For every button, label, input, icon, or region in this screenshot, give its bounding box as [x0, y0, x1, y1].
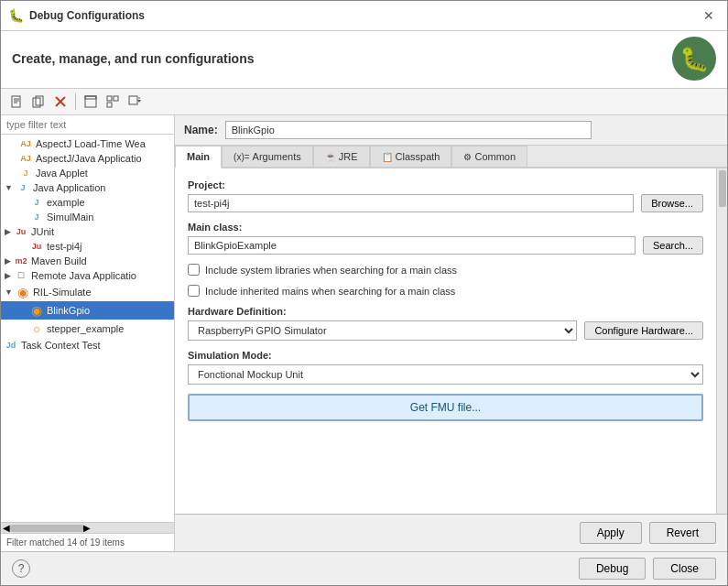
java-icon: J	[19, 168, 32, 178]
tab-classpath-icon: 📋	[382, 152, 393, 162]
expand-icon: ▶	[5, 271, 11, 280]
simulation-label: Simulation Mode:	[188, 350, 703, 361]
tree-item-label: Java Applet	[36, 168, 88, 179]
tab-arguments[interactable]: (x)= Arguments	[222, 146, 313, 167]
revert-button[interactable]: Revert	[649, 522, 716, 544]
scroll-left-button[interactable]: ◀	[3, 523, 10, 533]
project-input[interactable]	[188, 194, 634, 212]
collapse-button[interactable]	[103, 92, 123, 112]
horizontal-scrollbar[interactable]: ◀ ▶	[1, 522, 174, 533]
tab-jre-label: JRE	[339, 151, 358, 162]
name-input[interactable]	[225, 121, 592, 139]
folder-icon: J	[16, 183, 29, 192]
tab-content-area: Project: Browse... Main class: Sear	[175, 168, 727, 514]
tree-item-label: stepper_example	[47, 323, 124, 334]
list-item[interactable]: AJ AspectJ/Java Applicatio	[1, 151, 174, 166]
list-item[interactable]: ▼ J Java Application	[1, 180, 174, 195]
apply-button[interactable]: Apply	[580, 522, 642, 544]
include-system-libs-checkbox[interactable]	[188, 264, 200, 276]
list-item[interactable]: AJ AspectJ Load-Time Wea	[1, 136, 174, 151]
project-row: Browse...	[188, 194, 703, 212]
checkbox2-row: Include inherited mains when searching f…	[188, 285, 703, 297]
tree-item-label: RIL-Simulate	[33, 287, 92, 298]
list-item[interactable]: ○ stepper_example	[1, 320, 174, 338]
duplicate-button[interactable]	[28, 92, 49, 112]
svg-rect-10	[107, 96, 112, 101]
get-fmu-button[interactable]: Get FMU file...	[188, 394, 703, 421]
expand-icon: ▼	[5, 288, 13, 297]
collapse-icon	[106, 95, 119, 108]
subtitle-text: Create, manage, and run configurations	[12, 51, 255, 66]
tab-main[interactable]: Main	[175, 146, 222, 168]
tree-item-label: Maven Build	[31, 255, 87, 266]
aj-icon: AJ	[19, 154, 32, 163]
filter-input[interactable]	[1, 115, 174, 135]
circle-selected-icon: ◉	[30, 303, 43, 318]
help-button[interactable]: ?	[12, 559, 30, 578]
svg-rect-12	[107, 103, 112, 107]
include-inherited-mains-checkbox[interactable]	[188, 285, 200, 297]
tab-classpath[interactable]: 📋 Classpath	[370, 146, 452, 167]
aj-icon: AJ	[19, 139, 32, 148]
list-item[interactable]: ▶ m2 Maven Build	[1, 254, 174, 268]
left-panel: AJ AspectJ Load-Time Wea AJ AspectJ/Java…	[1, 115, 175, 551]
tree-item-label: BlinkGpio	[47, 305, 90, 316]
right-content: Project: Browse... Main class: Sear	[175, 168, 716, 514]
list-item[interactable]: ▶ ☐ Remote Java Applicatio	[1, 268, 174, 283]
main-class-row: Search...	[188, 236, 703, 255]
tree-item-label: JUnit	[31, 226, 54, 237]
ju-icon: Ju	[15, 227, 27, 236]
scrollbar-thumb[interactable]	[719, 170, 726, 207]
circle-orange-icon: ◉	[16, 285, 29, 299]
tab-common[interactable]: ⚙ Common	[451, 146, 527, 167]
configure-hardware-button[interactable]: Configure Hardware...	[584, 321, 703, 340]
right-panel: Name: Main (x)= Arguments ☕ JRE	[175, 115, 727, 514]
tree-item-label: example	[47, 197, 85, 208]
more-button[interactable]	[125, 92, 145, 112]
toolbar-separator	[75, 93, 76, 110]
selected-item[interactable]: ◉ BlinkGpio	[1, 301, 174, 320]
project-browse-button[interactable]: Browse...	[641, 194, 703, 212]
list-item[interactable]: J Java Applet	[1, 166, 174, 180]
filter-status: Filter matched 14 of 19 items	[6, 537, 125, 548]
main-content: AJ AspectJ Load-Time Wea AJ AspectJ/Java…	[1, 115, 727, 551]
list-item[interactable]: Jd Task Context Test	[1, 338, 174, 353]
debug-configurations-window: 🐛 Debug Configurations ✕ Create, manage,…	[0, 0, 728, 586]
title-bar-left: 🐛 Debug Configurations	[8, 8, 145, 23]
tree-item-label: AspectJ Load-Time Wea	[36, 138, 146, 149]
hardware-dropdown[interactable]: RaspberryPi GPIO Simulator	[188, 320, 577, 341]
java-icon: J	[30, 212, 43, 222]
tab-classpath-label: Classpath	[396, 151, 440, 162]
new-icon	[10, 95, 23, 108]
simulation-dropdown[interactable]: Fonctional Mockup Unit	[188, 364, 703, 385]
svg-rect-9	[85, 96, 96, 107]
simulation-field-group: Simulation Mode: Fonctional Mockup Unit	[188, 350, 703, 385]
scroll-thumb[interactable]	[10, 525, 83, 532]
delete-button[interactable]	[50, 92, 71, 112]
checkbox2-label: Include inherited mains when searching f…	[205, 286, 455, 297]
list-item[interactable]: ▼ ◉ RIL-Simulate	[1, 283, 174, 301]
main-class-input[interactable]	[188, 236, 636, 255]
svg-rect-11	[114, 96, 118, 101]
duplicate-icon	[32, 95, 45, 108]
tab-jre[interactable]: ☕ JRE	[313, 146, 370, 167]
simulation-row: Fonctional Mockup Unit	[188, 364, 703, 385]
expand-icon: ▼	[5, 183, 13, 192]
list-item[interactable]: J example	[1, 195, 174, 210]
vertical-scrollbar[interactable]	[716, 168, 727, 514]
main-class-search-button[interactable]: Search...	[643, 236, 703, 255]
scroll-right-button[interactable]: ▶	[83, 523, 91, 533]
close-button[interactable]: Close	[653, 558, 716, 580]
filter-button[interactable]	[81, 92, 101, 112]
close-window-button[interactable]: ✕	[698, 6, 720, 25]
java-icon: J	[30, 198, 43, 207]
name-row: Name:	[175, 115, 727, 146]
tree-item-label: AspectJ/Java Applicatio	[36, 153, 142, 164]
subtitle-bar: Create, manage, and run configurations 🐛	[1, 31, 727, 89]
tab-common-label: Common	[474, 151, 516, 162]
list-item[interactable]: J SimulMain	[1, 210, 174, 224]
new-config-button[interactable]	[6, 92, 27, 112]
list-item[interactable]: ▶ Ju JUnit	[1, 224, 174, 239]
list-item[interactable]: Ju test-pi4j	[1, 239, 174, 254]
debug-button[interactable]: Debug	[579, 558, 646, 580]
